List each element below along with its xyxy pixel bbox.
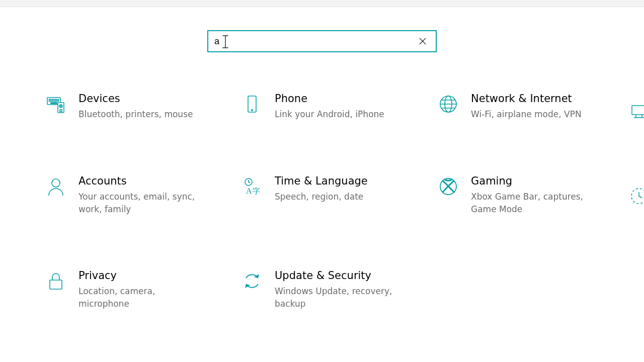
svg-point-18 (60, 106, 61, 107)
tile-title: Devices (78, 93, 193, 105)
tile-desc: Wi-Fi, airplane mode, VPN (471, 108, 582, 121)
search-container (0, 7, 644, 93)
svg-point-12 (55, 101, 55, 101)
clear-search-button[interactable] (415, 33, 431, 49)
devices-icon (45, 94, 66, 115)
svg-point-2 (50, 99, 51, 100)
tile-network[interactable]: Network & Internet Wi-Fi, airplane mode,… (438, 93, 609, 121)
settings-grid: Devices Bluetooth, printers, mouse Phone… (0, 93, 644, 310)
partial-tile-icon (629, 186, 644, 208)
close-icon (419, 38, 426, 45)
tile-desc: Speech, region, date (275, 191, 368, 203)
svg-point-24 (52, 179, 60, 187)
svg-point-11 (53, 101, 54, 101)
phone-icon (242, 94, 263, 115)
svg-point-6 (56, 99, 57, 100)
tile-update-security[interactable]: Update & Security Windows Update, recove… (242, 269, 413, 310)
svg-rect-15 (51, 103, 57, 104)
tile-desc: Xbox Game Bar, captures, Game Mode (471, 191, 592, 215)
svg-point-7 (58, 99, 58, 100)
svg-point-8 (49, 101, 49, 101)
svg-point-31 (631, 189, 644, 204)
svg-point-1 (49, 99, 49, 100)
tile-desc: Bluetooth, printers, mouse (78, 108, 193, 121)
svg-point-10 (52, 101, 52, 101)
tile-accounts[interactable]: Accounts Your accounts, email, sync, wor… (45, 175, 216, 215)
tile-title: Accounts (78, 175, 199, 188)
svg-rect-29 (50, 280, 62, 289)
svg-point-9 (50, 101, 51, 101)
tile-desc: Windows Update, recovery, backup (275, 285, 395, 310)
globe-icon (438, 94, 459, 115)
svg-point-3 (52, 99, 52, 100)
person-icon (45, 176, 66, 197)
time-language-icon: A 字 (242, 176, 263, 197)
tile-desc: Your accounts, email, sync, work, family (78, 191, 199, 215)
lock-icon (45, 270, 66, 292)
svg-point-21 (252, 110, 253, 111)
svg-text:A: A (246, 187, 252, 195)
partial-tile-icon (629, 102, 644, 124)
search-box[interactable] (207, 30, 437, 52)
svg-point-5 (55, 99, 55, 100)
svg-rect-30 (632, 106, 644, 115)
tile-gaming[interactable]: Gaming Xbox Game Bar, captures, Game Mod… (438, 175, 609, 215)
tile-title: Privacy (78, 269, 199, 282)
tile-devices[interactable]: Devices Bluetooth, printers, mouse (45, 93, 216, 121)
tile-time-language[interactable]: A 字 Time & Language Speech, region, date (242, 175, 413, 215)
sync-icon (242, 270, 263, 292)
svg-point-13 (56, 101, 57, 101)
tile-desc: Link your Android, iPhone (275, 108, 384, 121)
tile-title: Phone (275, 93, 384, 105)
svg-text:字: 字 (253, 187, 260, 195)
tile-title: Update & Security (275, 269, 395, 282)
tile-desc: Location, camera, microphone (78, 285, 199, 310)
tile-title: Time & Language (275, 175, 368, 188)
xbox-icon (438, 176, 459, 197)
tile-phone[interactable]: Phone Link your Android, iPhone (242, 93, 413, 121)
tile-title: Gaming (471, 175, 592, 188)
search-input[interactable] (213, 36, 415, 47)
svg-point-4 (53, 99, 54, 100)
tile-privacy[interactable]: Privacy Location, camera, microphone (45, 269, 216, 310)
title-bar (0, 0, 644, 7)
tile-title: Network & Internet (471, 93, 582, 105)
svg-point-14 (58, 101, 58, 101)
